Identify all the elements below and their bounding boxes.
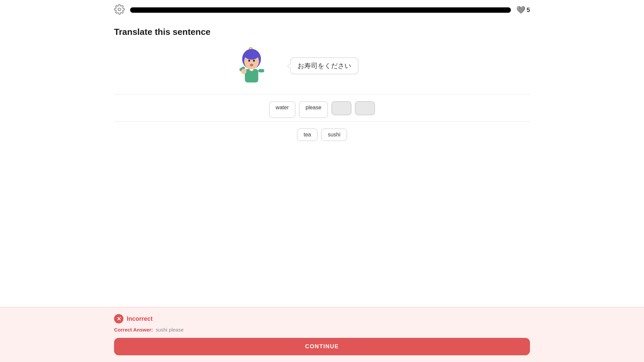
- incorrect-header: ✕ Incorrect: [114, 314, 530, 323]
- header: 🩶 5: [0, 0, 644, 20]
- correct-answer-value: sushi please: [156, 327, 183, 333]
- main-content: Translate this sentence ?: [0, 20, 644, 148]
- correct-answer-row: Correct Answer: sushi please: [114, 327, 530, 333]
- incorrect-label: Incorrect: [127, 315, 153, 322]
- hearts-container: 🩶 5: [516, 6, 530, 14]
- settings-icon[interactable]: [114, 4, 125, 16]
- word-bank-tea[interactable]: tea: [297, 128, 318, 141]
- word-bank-sushi[interactable]: sushi: [321, 128, 347, 141]
- svg-point-3: [244, 50, 259, 60]
- progress-bar-fill: [130, 7, 511, 13]
- divider-top: [114, 94, 530, 95]
- progress-bar: [130, 7, 511, 13]
- selected-word-water[interactable]: water: [269, 101, 296, 118]
- svg-point-10: [241, 69, 247, 74]
- divider-bottom: [114, 121, 530, 122]
- empty-slot-2: [355, 101, 375, 115]
- continue-button[interactable]: CONTINUE: [114, 338, 530, 355]
- correct-answer-label: Correct Answer:: [114, 327, 153, 333]
- svg-point-6: [250, 64, 253, 66]
- hearts-count: 5: [527, 7, 530, 14]
- japanese-text: お寿司をください: [290, 57, 359, 74]
- page-title: Translate this sentence: [114, 27, 530, 37]
- character-figure: [235, 47, 268, 84]
- svg-rect-11: [258, 69, 264, 72]
- bottom-panel: ✕ Incorrect Correct Answer: sushi please…: [0, 307, 644, 362]
- heart-icon: 🩶: [516, 6, 525, 14]
- svg-point-4: [248, 60, 250, 62]
- selected-word-please[interactable]: please: [299, 101, 328, 118]
- x-circle-icon: ✕: [114, 314, 123, 323]
- empty-slot-1: [331, 101, 352, 115]
- word-bank: tea sushi: [114, 128, 530, 141]
- svg-point-0: [118, 8, 121, 11]
- svg-point-5: [253, 60, 255, 62]
- character-area: ?: [114, 47, 530, 87]
- answer-area: water please: [114, 101, 530, 118]
